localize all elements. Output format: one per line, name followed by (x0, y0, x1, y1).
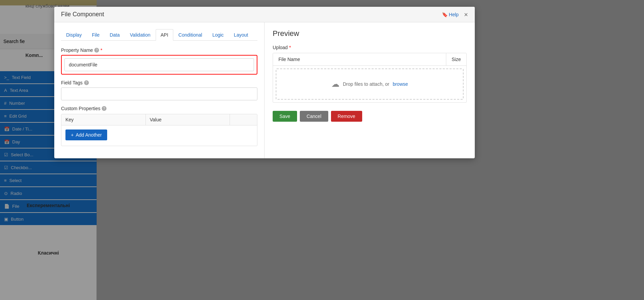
value-header: Value (146, 114, 230, 125)
size-header: Size (446, 53, 466, 65)
custom-properties-group: Custom Properties ? Key Value + Add Anot… (61, 106, 257, 146)
drop-zone[interactable]: ☁ Drop files to attach, or browse (276, 68, 464, 100)
tab-display[interactable]: Display (61, 29, 87, 40)
key-header: Key (61, 114, 146, 125)
tab-data[interactable]: Data (104, 29, 125, 40)
upload-area: File Name Size ☁ Drop files to attach, o… (273, 53, 467, 103)
file-name-header: File Name (273, 53, 446, 65)
property-name-label-text: Property Name (61, 47, 93, 53)
cloud-upload-icon: ☁ (331, 79, 339, 89)
add-icon: + (71, 132, 74, 138)
help-link[interactable]: 🔖 Help (442, 12, 459, 17)
help-label: Help (449, 12, 459, 17)
field-tags-label-text: Field Tags (61, 80, 83, 85)
custom-properties-label-text: Custom Properties (61, 106, 100, 111)
actions-header (230, 114, 257, 125)
upload-label-text: Upload (273, 45, 288, 50)
remove-button[interactable]: Remove (331, 111, 362, 122)
property-name-label: Property Name ? * (61, 47, 257, 53)
custom-properties-label: Custom Properties ? (61, 106, 257, 111)
tab-logic[interactable]: Logic (207, 29, 229, 40)
field-tags-group: Field Tags ? (61, 80, 257, 100)
modal-header: File Component 🔖 Help × (54, 7, 475, 22)
custom-properties-help-icon[interactable]: ? (102, 106, 106, 111)
file-component-modal: File Component 🔖 Help × Display File Dat… (54, 7, 475, 158)
drop-text: Drop files to attach, or (343, 81, 389, 87)
form-panel: Display File Data Validation API Conditi… (54, 22, 265, 158)
preview-panel: Preview Upload * File Name Size ☁ Drop f… (265, 22, 475, 158)
tab-bar: Display File Data Validation API Conditi… (61, 29, 257, 41)
property-name-group: Property Name ? * (61, 47, 257, 75)
custom-properties-table: Key Value + Add Another (61, 114, 257, 146)
cancel-button[interactable]: Cancel (300, 111, 328, 122)
upload-group: Upload * File Name Size ☁ Drop files to … (273, 45, 467, 103)
close-button[interactable]: × (464, 11, 468, 18)
preview-title: Preview (273, 29, 467, 38)
field-tags-help-icon[interactable]: ? (84, 80, 89, 85)
tab-conditional[interactable]: Conditional (173, 29, 207, 40)
tab-validation[interactable]: Validation (125, 29, 155, 40)
upload-label: Upload * (273, 45, 467, 50)
browse-link[interactable]: browse (393, 81, 408, 87)
add-another-button[interactable]: + Add Another (65, 129, 107, 140)
add-another-label: Add Another (76, 132, 102, 138)
modal-header-actions: 🔖 Help × (442, 11, 468, 18)
tab-layout[interactable]: Layout (229, 29, 253, 40)
table-header: Key Value (61, 114, 257, 125)
property-name-required: * (100, 47, 102, 53)
property-name-input[interactable] (64, 58, 254, 71)
tab-api[interactable]: API (156, 29, 174, 41)
property-name-help-icon[interactable]: ? (94, 48, 99, 53)
field-tags-input[interactable] (61, 87, 257, 100)
property-name-box (61, 55, 257, 75)
upload-table-header: File Name Size (273, 53, 466, 66)
tab-file[interactable]: File (87, 29, 105, 40)
modal-body: Display File Data Validation API Conditi… (54, 22, 475, 158)
table-body: + Add Another (61, 125, 257, 146)
field-tags-label: Field Tags ? (61, 80, 257, 85)
modal-title: File Component (61, 11, 104, 18)
upload-required: * (289, 45, 291, 50)
action-buttons: Save Cancel Remove (273, 111, 467, 122)
save-button[interactable]: Save (273, 111, 297, 122)
help-icon: 🔖 (442, 12, 448, 17)
